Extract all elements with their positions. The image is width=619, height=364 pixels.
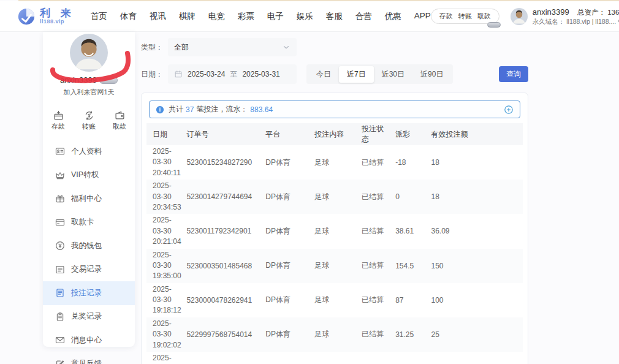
- sidebar-item-6[interactable]: 投注记录: [43, 281, 135, 305]
- cell-platform: DP体育: [263, 317, 312, 352]
- sidebar-item-3[interactable]: 取款卡: [43, 211, 135, 235]
- table-row[interactable]: 2025-03-3020:21:045230011792342901DP体育足球…: [146, 214, 523, 248]
- col-header-3: 投注内容: [312, 123, 359, 145]
- nav-item-6[interactable]: 电子: [267, 11, 284, 22]
- clipboard-icon: [55, 312, 65, 322]
- wallet-action-0[interactable]: 存款: [439, 12, 453, 21]
- cell-valid: 36.09: [428, 214, 523, 248]
- cell-status: 已结算: [359, 249, 393, 283]
- quick-action-transfer[interactable]: 转账: [82, 110, 96, 131]
- sidebar-item-4[interactable]: 我的钱包: [43, 234, 135, 258]
- nav-item-3[interactable]: 棋牌: [179, 11, 196, 22]
- cell-content: 足球: [312, 317, 359, 352]
- search-button[interactable]: 查询: [499, 66, 528, 82]
- quick-range-3[interactable]: 近90日: [412, 66, 451, 83]
- withdraw-icon: [115, 110, 125, 121]
- summary-amount: 883.64: [250, 105, 273, 114]
- expand-plus-icon[interactable]: [504, 105, 514, 115]
- cell-payout: -18: [393, 145, 428, 180]
- table-row[interactable]: 2025-03-3019:02:025229997568754014DP体育足球…: [146, 317, 523, 352]
- nav-item-7[interactable]: 娱乐: [297, 11, 313, 22]
- cell-order: 5230000478262941: [184, 283, 263, 317]
- wallet-action-2[interactable]: 取款: [477, 12, 491, 21]
- cell-payout: 87: [393, 283, 428, 317]
- brand[interactable]: 利 来 ll188.vip: [17, 7, 75, 26]
- quick-action-deposit[interactable]: 存款: [51, 110, 65, 131]
- topbar: 利 来 ll188.vip 首页体育视讯棋牌电竞彩票电子娱乐客服合营优惠APP …: [0, 1, 619, 32]
- cell-order: 5229997568754014: [184, 317, 263, 352]
- cell-date: 2025-03-3019:35:00: [146, 249, 184, 283]
- sidebar-item-0[interactable]: 个人资料: [43, 140, 135, 164]
- sidebar-item-2[interactable]: 福利中心: [43, 187, 135, 211]
- cell-status: 已结算: [359, 317, 393, 352]
- table-row[interactable]: 2025-03-3019:18:125230000478262941DP体育足球…: [146, 283, 523, 317]
- col-header-5: 派彩: [393, 123, 428, 145]
- type-select[interactable]: 全部: [168, 38, 297, 56]
- sidebar-item-7[interactable]: 兑奖记录: [43, 305, 135, 329]
- nav-item-9[interactable]: 合营: [355, 11, 372, 22]
- cell-order: 5230003501485468: [184, 249, 263, 283]
- nav-item-11[interactable]: APP: [414, 11, 431, 22]
- sidebar-item-5[interactable]: 交易记录: [43, 258, 135, 282]
- summary-count: 37: [186, 105, 194, 114]
- cell-payout: 38.61: [393, 214, 428, 248]
- cell-platform: DP体育: [263, 214, 312, 248]
- transfer-icon: [84, 110, 94, 121]
- page: 利 来 ll188.vip 首页体育视讯棋牌电竞彩票电子娱乐客服合营优惠APP …: [0, 0, 619, 364]
- cell-platform: DP体育: [263, 145, 312, 180]
- joined-days-text: 加入利来官网1天: [43, 88, 135, 97]
- quick-range-2[interactable]: 近30日: [374, 66, 412, 83]
- feedback-icon: [55, 359, 65, 364]
- nav-item-10[interactable]: 优惠: [385, 11, 401, 22]
- nav-item-4[interactable]: 电竞: [208, 11, 225, 22]
- cell-date: 2025-03-3020:34:53: [146, 180, 184, 214]
- wallet-action-1[interactable]: 转账: [458, 12, 472, 21]
- date-filter-label: 日期：: [141, 69, 168, 80]
- user-name: anxin3399: [533, 7, 569, 17]
- cell-platform: DP体育: [263, 180, 312, 214]
- sidebar-item-1[interactable]: VIP特权: [43, 164, 135, 188]
- mail-icon: [55, 335, 65, 345]
- cell-status: 已结算: [359, 214, 393, 248]
- list-icon: [55, 265, 65, 275]
- nav-item-0[interactable]: 首页: [91, 11, 107, 22]
- cell-order: 5230011792342901: [184, 214, 263, 248]
- brand-logo-icon: [17, 7, 36, 26]
- nav-item-8[interactable]: 客服: [326, 11, 343, 22]
- main-nav: 首页体育视讯棋牌电竞彩票电子娱乐客服合营优惠APP: [91, 11, 431, 22]
- cell-valid: 100: [428, 283, 523, 317]
- nav-item-1[interactable]: 体育: [120, 11, 137, 22]
- domain-line: 永久域名： ll188.vip | ll188....: [533, 17, 619, 26]
- cell-payout: 154.5: [393, 249, 428, 283]
- bets-panel: 共计 37 笔投注，流水： 883.64 日期订单号平台投注内容投注状态派彩有效…: [141, 93, 528, 364]
- avatar[interactable]: [70, 34, 108, 72]
- sidebar-item-9[interactable]: 意见反馈: [43, 352, 135, 364]
- cell-status: 已结算: [359, 180, 393, 214]
- table-row[interactable]: 2025-03-3019:35:005230003501485468DP体育足球…: [146, 249, 523, 283]
- chevron-down-icon: [282, 43, 291, 51]
- cell-valid: 18: [428, 352, 523, 364]
- nav-item-5[interactable]: 彩票: [238, 11, 254, 22]
- date-range-input[interactable]: 2025-03-24 至 2025-03-31: [168, 64, 297, 84]
- table-row[interactable]: 2025-03-3020:34:535230014279744694DP体育足球…: [146, 180, 523, 214]
- table-row[interactable]: 2025-03-3018:53:395229996057171740DP体育足球…: [146, 352, 523, 364]
- quick-action-withdraw[interactable]: 取款: [113, 110, 126, 131]
- gift-icon: [55, 194, 65, 203]
- table-row[interactable]: 2025-03-3020:40:115230015234827290DP体育足球…: [146, 145, 523, 180]
- nav-item-2[interactable]: 视讯: [150, 11, 166, 22]
- bank-card-icon: [55, 218, 65, 227]
- sidebar-item-8[interactable]: 消息中心: [43, 328, 135, 352]
- user-chip[interactable]: anxin3399 总资产： 1363.49元 永久域名： ll188.vip …: [511, 7, 619, 26]
- cell-content: 足球: [312, 283, 359, 317]
- type-filter-label: 类型：: [141, 42, 168, 53]
- sidebar: anxin3399 加入利来官网1天 存款转账取款 个人资料VIP特权福利中心取…: [43, 32, 135, 347]
- sidebar-profile: anxin3399 加入利来官网1天: [43, 32, 135, 97]
- quick-range-0[interactable]: 今日: [308, 66, 339, 83]
- cell-order: 5230015234827290: [184, 145, 263, 180]
- quick-range-1[interactable]: 近7日: [339, 66, 374, 83]
- domain-label: 永久域名：: [533, 17, 565, 26]
- type-select-value: 全部: [174, 42, 189, 53]
- assets-label: 总资产：: [577, 9, 606, 16]
- sidebar-menu: 个人资料VIP特权福利中心取款卡我的钱包交易记录投注记录兑奖记录消息中心意见反馈: [43, 140, 135, 364]
- table-header-row: 日期订单号平台投注内容投注状态派彩有效投注额: [146, 123, 523, 145]
